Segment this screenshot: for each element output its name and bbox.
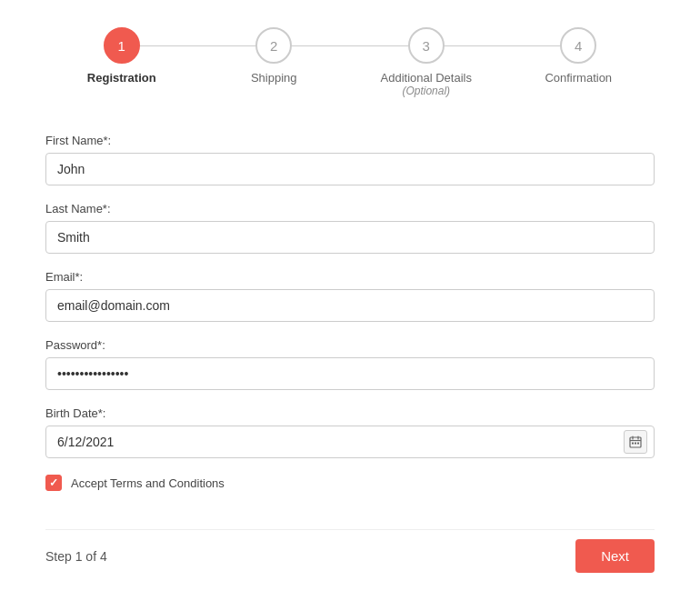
password-label: Password*: <box>45 338 655 352</box>
password-input[interactable] <box>45 357 655 390</box>
svg-rect-5 <box>635 443 636 445</box>
email-input[interactable] <box>45 289 655 322</box>
birth-date-input[interactable] <box>45 426 655 458</box>
step-2: 2 Shipping <box>198 27 351 85</box>
first-name-label: First Name*: <box>45 134 655 147</box>
svg-rect-6 <box>637 443 639 445</box>
step-3: 3 Additional Details (Optional) <box>350 27 503 97</box>
step-label-4: Confirmation <box>545 71 612 85</box>
step-circle-4[interactable]: 4 <box>560 27 596 64</box>
last-name-group: Last Name*: <box>45 202 655 254</box>
calendar-icon[interactable] <box>624 430 647 454</box>
terms-row: Accept Terms and Conditions <box>45 475 655 491</box>
svg-rect-4 <box>632 443 634 445</box>
step-circle-1[interactable]: 1 <box>104 27 140 64</box>
form-footer: Step 1 of 4 Next <box>45 529 655 573</box>
last-name-input[interactable] <box>45 221 655 254</box>
terms-label: Accept Terms and Conditions <box>71 476 225 490</box>
stepper: 1 Registration 2 Shipping 3 Additional D… <box>45 27 655 97</box>
step-1: 1 Registration <box>45 27 198 85</box>
page-container: 1 Registration 2 Shipping 3 Additional D… <box>0 0 700 591</box>
step-circle-2[interactable]: 2 <box>255 27 292 64</box>
step-label-2: Shipping <box>251 71 297 85</box>
date-wrapper <box>45 426 655 458</box>
password-group: Password*: <box>45 338 655 390</box>
next-button[interactable]: Next <box>575 539 655 573</box>
step-label-3: Additional Details <box>381 71 472 85</box>
email-group: Email*: <box>45 270 655 322</box>
last-name-label: Last Name*: <box>45 202 655 215</box>
first-name-group: First Name*: <box>45 134 655 185</box>
step-counter: Step 1 of 4 <box>45 549 107 564</box>
email-label: Email*: <box>45 270 655 284</box>
birth-date-group: Birth Date*: <box>45 406 655 458</box>
registration-form: First Name*: Last Name*: Email*: Passwor… <box>45 134 655 529</box>
step-circle-3[interactable]: 3 <box>408 27 445 64</box>
step-4: 4 Confirmation <box>503 27 655 85</box>
birth-date-label: Birth Date*: <box>45 406 655 420</box>
step-label-1: Registration <box>87 71 156 85</box>
terms-checkbox[interactable] <box>45 475 62 491</box>
first-name-input[interactable] <box>45 153 655 185</box>
step-sublabel-3: (Optional) <box>402 85 450 97</box>
